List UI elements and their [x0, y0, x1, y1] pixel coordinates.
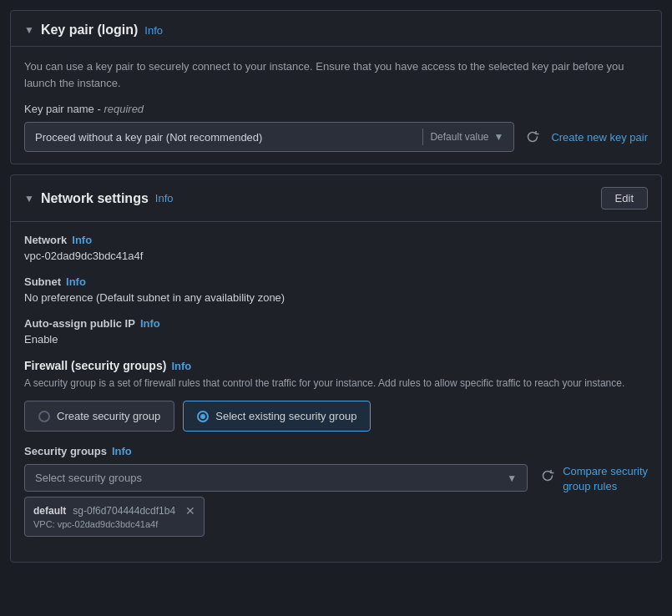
create-sg-radio[interactable]: Create security group — [24, 401, 174, 432]
autoassign-label: Auto-assign public IP — [24, 317, 135, 330]
sg-item-name: default — [33, 505, 66, 517]
create-sg-label: Create security group — [57, 410, 160, 422]
firewall-label: Firewall (security groups) Info — [24, 359, 648, 372]
compare-line1: Compare security — [563, 465, 648, 477]
keypair-dropdown[interactable]: Proceed without a key pair (Not recommen… — [24, 122, 514, 152]
subnet-value: No preference (Default subnet in any ava… — [24, 291, 648, 304]
sg-select-row: Select security groups ▼ default sg-0f6d… — [24, 464, 648, 537]
subnet-field-group: Subnet Info No preference (Default subne… — [24, 275, 648, 304]
network-field-info[interactable]: Info — [72, 234, 92, 246]
keypair-desc: You can use a key pair to securely conne… — [24, 58, 648, 91]
select-sg-label: Select existing security group — [215, 410, 356, 422]
subnet-field-name: Subnet Info — [24, 275, 648, 288]
sg-selected-item: default sg-0f6d704444dcdf1b4 ✕ VPC: vpc-… — [24, 497, 205, 537]
subnet-label: Subnet — [24, 275, 61, 288]
firewall-description: A security group is a set of firewall ru… — [24, 376, 648, 391]
keypair-body: You can use a key pair to securely conne… — [11, 47, 661, 164]
sg-placeholder: Select security groups — [35, 472, 142, 484]
keypair-label-text: Key pair name - — [24, 103, 101, 115]
autoassign-field-name: Auto-assign public IP Info — [24, 317, 648, 330]
keypair-selected-value: Proceed without a key pair (Not recommen… — [35, 131, 416, 144]
compare-line2: group rules — [563, 480, 617, 492]
keypair-required: required — [104, 103, 144, 115]
autoassign-field-group: Auto-assign public IP Info Enable — [24, 317, 648, 346]
keypair-default-label: Default value — [430, 131, 488, 143]
sg-refresh-button[interactable] — [538, 466, 558, 486]
radio-group: Create security group Select existing se… — [24, 401, 648, 432]
network-collapse-icon[interactable]: ▼ — [24, 193, 34, 204]
subnet-info-link[interactable]: Info — [66, 275, 86, 288]
keypair-info-link[interactable]: Info — [144, 24, 163, 37]
network-label: Network — [24, 234, 67, 246]
compare-refresh: Compare security group rules — [538, 464, 648, 494]
collapse-icon[interactable]: ▼ — [24, 24, 34, 36]
sg-info-link[interactable]: Info — [112, 445, 132, 457]
firewall-label-text: Firewall (security groups) — [24, 359, 166, 372]
network-value: vpc-02dad9dc3bdc41a4f — [24, 250, 648, 262]
sg-item-top: default sg-0f6d704444dcdf1b4 ✕ — [33, 504, 195, 518]
select-sg-radio-circle — [197, 411, 209, 422]
network-body: Network Info vpc-02dad9dc3bdc41a4f Subne… — [11, 222, 661, 562]
firewall-field-group: Firewall (security groups) Info A securi… — [24, 359, 648, 537]
network-header: ▼ Network settings Info Edit — [11, 175, 661, 222]
keypair-select-row: Proceed without a key pair (Not recommen… — [24, 122, 648, 152]
sg-label-text: Security groups — [24, 445, 107, 457]
autoassign-value: Enable — [24, 333, 648, 346]
network-info-link[interactable]: Info — [155, 192, 174, 204]
select-sg-radio[interactable]: Select existing security group — [183, 401, 371, 432]
network-header-left: ▼ Network settings Info — [24, 191, 174, 206]
security-groups-label: Security groups Info — [24, 445, 648, 457]
create-keypair-link[interactable]: Create new key pair — [551, 131, 648, 144]
network-title: Network settings — [41, 191, 149, 206]
keypair-section: ▼ Key pair (login) Info You can use a ke… — [10, 10, 662, 164]
sg-refresh-icon — [541, 469, 554, 482]
dropdown-divider — [422, 129, 423, 145]
create-sg-radio-circle — [38, 411, 50, 422]
keypair-refresh-button[interactable] — [523, 127, 543, 147]
network-section: ▼ Network settings Info Edit Network Inf… — [10, 174, 662, 563]
compare-sg-link[interactable]: Compare security group rules — [563, 464, 648, 494]
keypair-field-label: Key pair name - required — [24, 103, 648, 115]
keypair-title: Key pair (login) — [41, 23, 138, 38]
keypair-header: ▼ Key pair (login) Info — [11, 11, 661, 47]
sg-item-vpc: VPC: vpc-02dad9dc3bdc41a4f — [33, 519, 195, 529]
firewall-info-link[interactable]: Info — [171, 360, 191, 372]
sg-chevron-icon: ▼ — [507, 472, 517, 484]
network-edit-button[interactable]: Edit — [601, 187, 648, 210]
chevron-down-icon: ▼ — [493, 131, 503, 143]
autoassign-info-link[interactable]: Info — [140, 317, 160, 330]
sg-remove-button[interactable]: ✕ — [185, 504, 195, 518]
sg-dropdown-wrapper: Select security groups ▼ default sg-0f6d… — [24, 464, 528, 537]
refresh-icon — [526, 130, 539, 144]
network-field-group: Network Info vpc-02dad9dc3bdc41a4f — [24, 234, 648, 262]
network-field-name: Network Info — [24, 234, 648, 246]
sg-dropdown[interactable]: Select security groups ▼ — [24, 464, 528, 492]
sg-item-id: sg-0f6d704444dcdf1b4 — [73, 505, 175, 517]
